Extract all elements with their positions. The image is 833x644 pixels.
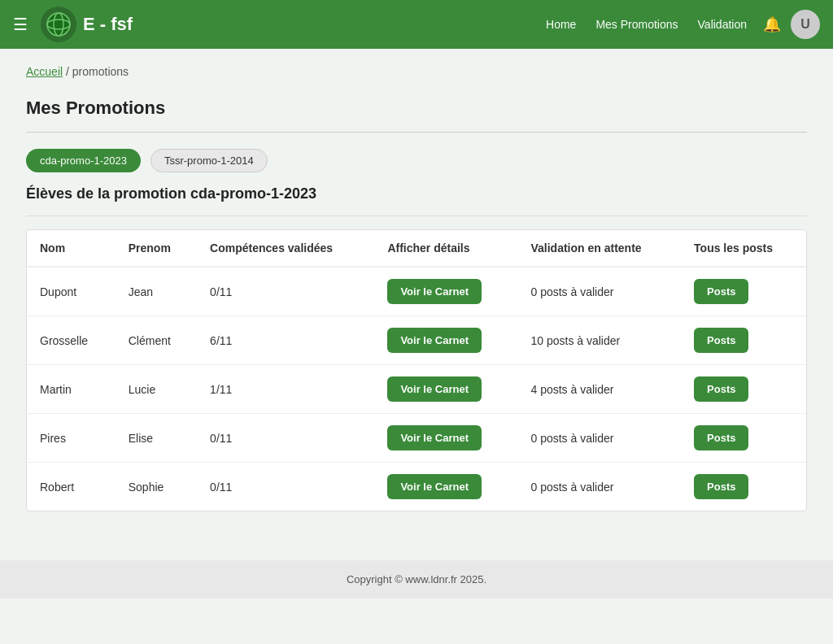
logo-icon [41,7,76,42]
cell-voir: Voir le Carnet [374,267,517,316]
col-nom: Nom [27,230,116,267]
promotion-subtitle: Élèves de la promotion cda-promo-1-2023 [26,185,807,202]
tab-cda-promo[interactable]: cda-promo-1-2023 [26,149,141,172]
cell-posts: Posts [681,267,806,316]
col-posts: Tous les posts [681,230,806,267]
col-competences: Compétences validées [197,230,374,267]
avatar[interactable]: U [791,10,820,39]
cell-posts: Posts [681,316,806,365]
logo-text: E - fsf [83,14,133,35]
cell-prenom: Clément [116,316,197,365]
table-row: Robert Sophie 0/11 Voir le Carnet 0 post… [27,463,806,511]
navbar-links: Home Mes Promotions Validation [546,18,747,31]
cell-validation: 4 posts à valider [517,365,681,414]
posts-button[interactable]: Posts [694,376,748,402]
cell-posts: Posts [681,463,806,511]
tab-tssr-promo[interactable]: Tssr-promo-1-2014 [150,149,268,172]
nav-validation[interactable]: Validation [698,18,747,31]
voir-carnet-button[interactable]: Voir le Carnet [387,474,482,499]
cell-posts: Posts [681,365,806,414]
cell-nom: Martin [27,365,116,414]
table-row: Martin Lucie 1/11 Voir le Carnet 4 posts… [27,365,806,414]
cell-prenom: Sophie [116,463,197,511]
cell-prenom: Elise [116,414,197,463]
breadcrumb-separator: / [66,65,72,78]
table-row: Dupont Jean 0/11 Voir le Carnet 0 posts … [27,267,806,316]
posts-button[interactable]: Posts [694,328,748,353]
navbar: ☰ E - fsf Home Mes Promotions Validation… [0,0,833,49]
footer: Copyright © www.ldnr.fr 2025. [0,560,833,598]
voir-carnet-button[interactable]: Voir le Carnet [387,376,482,402]
posts-button[interactable]: Posts [694,474,748,499]
table-header-row: Nom Prenom Compétences validées Afficher… [27,230,806,267]
voir-carnet-button[interactable]: Voir le Carnet [387,425,482,450]
cell-posts: Posts [681,414,806,463]
cell-validation: 0 posts à valider [517,414,681,463]
table-row: Pires Elise 0/11 Voir le Carnet 0 posts … [27,414,806,463]
posts-button[interactable]: Posts [694,425,748,450]
students-table: Nom Prenom Compétences validées Afficher… [26,229,807,511]
cell-competences: 0/11 [197,463,374,511]
main-content: Accueil / promotions Mes Promotions cda-… [10,49,823,528]
cell-voir: Voir le Carnet [374,414,517,463]
bell-icon[interactable]: 🔔 [763,15,781,33]
breadcrumb: Accueil / promotions [26,65,807,78]
navbar-logo: E - fsf [41,7,133,42]
hamburger-icon[interactable]: ☰ [13,15,28,34]
table-divider [26,215,807,216]
voir-carnet-button[interactable]: Voir le Carnet [387,328,482,353]
posts-button[interactable]: Posts [694,279,748,304]
breadcrumb-current: promotions [72,65,129,78]
cell-nom: Dupont [27,267,116,316]
page-title: Mes Promotions [26,98,807,119]
cell-voir: Voir le Carnet [374,316,517,365]
cell-validation: 10 posts à valider [517,316,681,365]
col-afficher: Afficher détails [374,230,517,267]
cell-competences: 6/11 [197,316,374,365]
title-divider [26,132,807,133]
cell-competences: 1/11 [197,365,374,414]
cell-validation: 0 posts à valider [517,463,681,511]
cell-competences: 0/11 [197,267,374,316]
cell-validation: 0 posts à valider [517,267,681,316]
cell-prenom: Jean [116,267,197,316]
breadcrumb-home[interactable]: Accueil [26,65,63,78]
nav-mes-promotions[interactable]: Mes Promotions [595,18,678,31]
table-row: Grosselle Clément 6/11 Voir le Carnet 10… [27,316,806,365]
voir-carnet-button[interactable]: Voir le Carnet [387,279,482,304]
cell-competences: 0/11 [197,414,374,463]
cell-prenom: Lucie [116,365,197,414]
cell-voir: Voir le Carnet [374,463,517,511]
col-validation: Validation en attente [517,230,681,267]
cell-voir: Voir le Carnet [374,365,517,414]
cell-nom: Grosselle [27,316,116,365]
col-prenom: Prenom [116,230,197,267]
cell-nom: Robert [27,463,116,511]
nav-home[interactable]: Home [546,18,576,31]
footer-text: Copyright © www.ldnr.fr 2025. [347,573,486,585]
tabs: cda-promo-1-2023 Tssr-promo-1-2014 [26,149,807,172]
cell-nom: Pires [27,414,116,463]
